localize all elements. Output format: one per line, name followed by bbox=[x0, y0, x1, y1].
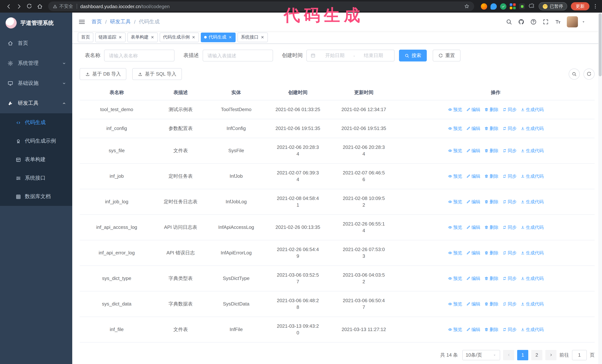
sidebar-item-home[interactable]: 首页 bbox=[0, 33, 72, 53]
paused-badge[interactable]: 已暂停 bbox=[539, 2, 567, 10]
edit-action[interactable]: 编辑 bbox=[466, 173, 480, 179]
page-scrollbar[interactable] bbox=[598, 13, 602, 364]
import-sql-button[interactable]: 基于 SQL 导入 bbox=[132, 68, 182, 80]
generate-code-action[interactable]: 生成代码 bbox=[520, 125, 544, 132]
toggle-search-button[interactable] bbox=[569, 69, 580, 80]
tab-codegen-example[interactable]: 代码生成示例 bbox=[160, 32, 199, 42]
table-desc-input[interactable] bbox=[203, 50, 273, 62]
sync-action[interactable]: 同步 bbox=[502, 326, 516, 333]
scrollbar-thumb[interactable] bbox=[599, 13, 602, 76]
search-button[interactable]: 搜索 bbox=[399, 50, 427, 62]
fullscreen-icon[interactable] bbox=[542, 19, 549, 25]
sidebar-item-codegen[interactable]: 代码生成 bbox=[0, 113, 72, 132]
preview-action[interactable]: 预览 bbox=[448, 198, 462, 205]
logo[interactable]: 芋道管理系统 bbox=[0, 13, 72, 33]
close-icon[interactable] bbox=[228, 35, 232, 39]
pagination-page-1[interactable]: 1 bbox=[517, 350, 528, 360]
extension-orange-icon[interactable] bbox=[481, 3, 487, 10]
preview-action[interactable]: 预览 bbox=[448, 275, 462, 282]
reset-button[interactable]: 重置 bbox=[433, 50, 461, 62]
sync-action[interactable]: 同步 bbox=[502, 198, 516, 205]
delete-action[interactable]: 删除 bbox=[484, 326, 498, 333]
edit-action[interactable]: 编辑 bbox=[466, 147, 480, 154]
reload-button[interactable] bbox=[24, 1, 34, 11]
sync-action[interactable]: 同步 bbox=[502, 147, 516, 154]
import-db-button[interactable]: 基于 DB 导入 bbox=[80, 68, 127, 80]
search-icon[interactable] bbox=[506, 19, 512, 25]
tab-form-builder[interactable]: 表单构建 bbox=[128, 32, 158, 42]
browser-menu-icon[interactable] bbox=[592, 3, 598, 9]
generate-code-action[interactable]: 生成代码 bbox=[520, 173, 544, 179]
user-avatar[interactable] bbox=[567, 16, 578, 27]
sync-action[interactable]: 同步 bbox=[502, 250, 516, 256]
tab-link-tracing[interactable]: 链路追踪 bbox=[95, 32, 126, 42]
sidebar-item-form-builder[interactable]: 表单构建 bbox=[0, 150, 72, 169]
preview-action[interactable]: 预览 bbox=[448, 224, 462, 230]
delete-action[interactable]: 删除 bbox=[484, 125, 498, 132]
close-icon[interactable] bbox=[150, 35, 154, 39]
extensions-puzzle-icon[interactable] bbox=[528, 3, 535, 10]
caret-down-icon[interactable] bbox=[581, 20, 586, 24]
generate-code-action[interactable]: 生成代码 bbox=[520, 224, 544, 230]
edit-action[interactable]: 编辑 bbox=[466, 198, 480, 205]
sync-action[interactable]: 同步 bbox=[502, 301, 516, 307]
pagination-page-2[interactable]: 2 bbox=[531, 350, 542, 360]
generate-code-action[interactable]: 生成代码 bbox=[520, 326, 544, 333]
edit-action[interactable]: 编辑 bbox=[466, 301, 480, 307]
extension-blue-icon[interactable] bbox=[491, 3, 497, 10]
generate-code-action[interactable]: 生成代码 bbox=[520, 106, 544, 113]
sidebar-item-db-doc[interactable]: 数据库文档 bbox=[0, 187, 72, 206]
bookmark-star-icon[interactable] bbox=[464, 3, 470, 9]
delete-action[interactable]: 删除 bbox=[484, 106, 498, 113]
generate-code-action[interactable]: 生成代码 bbox=[520, 147, 544, 154]
sidebar-item-codegen-example[interactable]: 代码生成示例 bbox=[0, 132, 72, 150]
start-date-placeholder[interactable]: 开始日期 bbox=[318, 52, 352, 59]
preview-action[interactable]: 预览 bbox=[448, 106, 462, 113]
close-icon[interactable] bbox=[192, 35, 196, 39]
delete-action[interactable]: 删除 bbox=[484, 250, 498, 256]
sync-action[interactable]: 同步 bbox=[502, 275, 516, 282]
refresh-table-button[interactable] bbox=[583, 69, 595, 80]
delete-action[interactable]: 删除 bbox=[484, 173, 498, 179]
preview-action[interactable]: 预览 bbox=[448, 173, 462, 179]
edit-action[interactable]: 编辑 bbox=[466, 326, 480, 333]
edit-action[interactable]: 编辑 bbox=[466, 250, 480, 256]
font-size-icon[interactable] bbox=[555, 19, 561, 25]
breadcrumb-devtools[interactable]: 研发工具 bbox=[110, 19, 131, 25]
close-icon[interactable] bbox=[118, 35, 122, 39]
page-size-select[interactable]: 10条/页 bbox=[462, 350, 500, 360]
preview-action[interactable]: 预览 bbox=[448, 326, 462, 333]
breadcrumb-home[interactable]: 首页 bbox=[92, 19, 102, 25]
browser-home-button[interactable] bbox=[35, 1, 44, 11]
edit-action[interactable]: 编辑 bbox=[466, 125, 480, 132]
edit-action[interactable]: 编辑 bbox=[466, 106, 480, 113]
delete-action[interactable]: 删除 bbox=[484, 224, 498, 230]
hamburger-icon[interactable] bbox=[78, 18, 86, 26]
forward-button[interactable] bbox=[14, 1, 24, 11]
extension-grid-icon[interactable] bbox=[510, 3, 516, 9]
end-date-placeholder[interactable]: 结束日期 bbox=[356, 52, 390, 59]
pagination-prev-button[interactable] bbox=[503, 350, 514, 360]
sync-action[interactable]: 同步 bbox=[502, 125, 516, 132]
delete-action[interactable]: 删除 bbox=[484, 275, 498, 282]
edit-action[interactable]: 编辑 bbox=[466, 275, 480, 282]
help-icon[interactable] bbox=[530, 19, 537, 25]
sync-action[interactable]: 同步 bbox=[502, 173, 516, 179]
generate-code-action[interactable]: 生成代码 bbox=[520, 198, 544, 205]
tab-home[interactable]: 首页 bbox=[78, 32, 93, 42]
generate-code-action[interactable]: 生成代码 bbox=[520, 275, 544, 282]
github-icon[interactable] bbox=[518, 19, 525, 25]
delete-action[interactable]: 删除 bbox=[484, 198, 498, 205]
sidebar-item-system-api[interactable]: 系统接口 bbox=[0, 169, 72, 187]
delete-action[interactable]: 删除 bbox=[484, 147, 498, 154]
goto-page-input[interactable] bbox=[572, 350, 587, 360]
back-button[interactable] bbox=[4, 1, 13, 11]
pagination-next-button[interactable] bbox=[545, 350, 556, 360]
close-icon[interactable] bbox=[260, 35, 265, 39]
generate-code-action[interactable]: 生成代码 bbox=[520, 250, 544, 256]
sync-action[interactable]: 同步 bbox=[502, 224, 516, 230]
extension-green-check-icon[interactable] bbox=[500, 3, 506, 10]
sidebar-item-infra[interactable]: 基础设施 bbox=[0, 73, 72, 93]
sync-action[interactable]: 同步 bbox=[502, 106, 516, 113]
sidebar-item-system[interactable]: 系统管理 bbox=[0, 53, 72, 73]
